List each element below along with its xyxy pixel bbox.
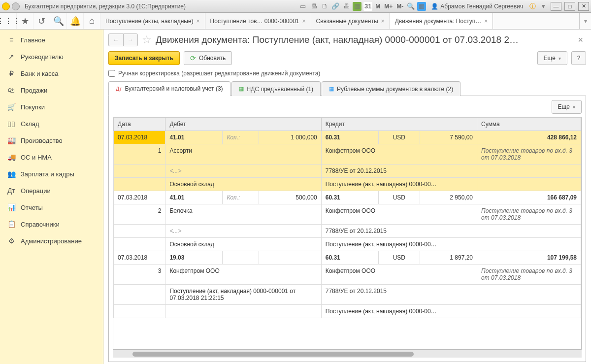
register-tab-0[interactable]: ДтБухгалтерский и налоговый учет (3) — [108, 81, 230, 96]
minimize-button[interactable]: — — [551, 2, 561, 11]
link-icon[interactable]: 🔗 — [331, 2, 340, 11]
toolbar-icon[interactable]: ▭ — [298, 2, 307, 11]
close-icon[interactable]: × — [484, 18, 488, 25]
close-icon[interactable]: × — [302, 18, 306, 25]
sidebar-item-10[interactable]: 📊Отчеты — [0, 199, 103, 216]
nav-forward-button[interactable]: → — [123, 33, 138, 46]
col-sum[interactable]: Сумма — [477, 118, 581, 131]
zoom-icon[interactable]: 🔍 — [406, 2, 415, 11]
table-row[interactable]: Основной складПоступление (акт, накладна… — [114, 238, 581, 251]
tab-related-docs[interactable]: Связанные документы × — [311, 13, 390, 29]
print2-icon[interactable]: 🖶 — [342, 2, 351, 11]
sidebar-item-12[interactable]: ⚙Администрирование — [0, 232, 103, 249]
cell-sum: 166 687,09 — [477, 191, 581, 204]
table-row[interactable]: <...>7788/УЕ от 20.12.2015 — [114, 225, 581, 238]
info-icon[interactable]: ⓘ — [528, 2, 537, 11]
cell-currency: USD — [378, 251, 420, 265]
cell-debit-analytic: Основной склад — [165, 238, 321, 251]
doc-icon[interactable]: 🗋 — [320, 2, 329, 11]
register-tab-label: Бухгалтерский и налоговый учет (3) — [125, 85, 223, 92]
sidebar-item-8[interactable]: 👥Зарплата и кадры — [0, 165, 103, 182]
home-icon[interactable]: ⌂ — [84, 13, 100, 29]
table-row[interactable]: 07.03.201819.0360.31USD1 897,20107 199,5… — [114, 251, 581, 265]
help-button[interactable]: ? — [571, 51, 586, 65]
sidebar-item-9[interactable]: ДтОперации — [0, 182, 103, 199]
sidebar-item-11[interactable]: 📋Справочники — [0, 216, 103, 232]
nav-back-button[interactable]: ← — [108, 33, 123, 46]
sidebar-icon: 🛍 — [7, 86, 16, 94]
tab-label: Поступление тов… 0000-000001 — [210, 18, 299, 25]
table-row[interactable]: 07.03.201841.01Кол.:500,00060.31USD2 950… — [114, 191, 581, 204]
col-date[interactable]: Дата — [114, 118, 165, 131]
dropdown-icon[interactable]: ▾ — [539, 2, 548, 11]
sidebar-item-5[interactable]: ▯▯Склад — [0, 115, 103, 132]
tabs-overflow-icon[interactable]: ▾ — [579, 13, 591, 29]
cell-date: 07.03.2018 — [114, 251, 165, 265]
horizontal-scrollbar[interactable] — [113, 350, 582, 358]
table-more-button[interactable]: Еще — [552, 100, 582, 114]
postings-table-wrap[interactable]: Дата Дебет Кредит Сумма 07.03.201841.01К… — [113, 117, 582, 350]
tab-receipts-list[interactable]: Поступление (акты, накладные) × — [100, 13, 205, 29]
sidebar-icon: 🚚 — [7, 153, 16, 161]
sheet-icon[interactable]: ▦ — [417, 2, 426, 11]
sidebar-item-2[interactable]: ₽Банк и касса — [0, 65, 103, 82]
close-page-button[interactable]: × — [575, 35, 586, 45]
table-row[interactable]: 07.03.201841.01Кол.:1 000,00060.31USD7 5… — [114, 131, 581, 144]
more-button[interactable]: Еще — [537, 51, 567, 65]
calendar-icon[interactable]: 31 — [363, 2, 372, 11]
register-tabs: ДтБухгалтерский и налоговый учет (3)▦НДС… — [108, 81, 586, 96]
close-icon[interactable]: × — [381, 18, 385, 25]
history-icon[interactable]: ↺ — [33, 13, 50, 29]
sidebar-item-label: Склад — [21, 120, 39, 128]
col-debit[interactable]: Дебет — [165, 118, 321, 131]
sidebar-item-4[interactable]: 🛒Покупки — [0, 99, 103, 115]
app-menu-icon[interactable] — [12, 2, 20, 10]
cell-credit-analytic: Поступление (акт, накладная) 0000-00… — [321, 238, 477, 251]
memory-mplus[interactable]: M+ — [383, 3, 394, 10]
cell-empty — [477, 165, 581, 178]
cell-credit-analytic: Конфетпром ООО — [321, 144, 477, 165]
cell-credit-amount: 7 590,00 — [420, 131, 477, 144]
table-row[interactable]: 1АссортиКонфетпром ОООПоступление товаро… — [114, 144, 581, 165]
col-credit[interactable]: Кредит — [321, 118, 477, 131]
sidebar-item-label: Администрирование — [21, 237, 82, 245]
sidebar-item-7[interactable]: 🚚ОС и НМА — [0, 149, 103, 165]
sidebar-item-6[interactable]: 🏭Производство — [0, 132, 103, 149]
cell-qty-value: 1 000,000 — [259, 131, 322, 144]
current-user[interactable]: 👤 Абрамов Геннадий Сергеевич — [428, 3, 526, 10]
close-window-button[interactable]: ✕ — [578, 2, 589, 11]
sidebar-item-0[interactable]: ≡Главное — [0, 32, 103, 48]
table-row[interactable]: Поступление (акт, накладная) 0000-00… — [114, 305, 581, 318]
tab-receipt-doc[interactable]: Поступление тов… 0000-000001 × — [205, 13, 311, 29]
sidebar-icon: Дт — [7, 187, 16, 195]
search-global-icon[interactable]: 🔍 — [50, 13, 67, 29]
cell-empty — [114, 225, 165, 238]
calc-icon[interactable]: ▦ — [353, 2, 361, 11]
table-row[interactable]: Основной складПоступление (акт, накладна… — [114, 178, 581, 191]
favorite-toggle-icon[interactable]: ☆ — [142, 33, 152, 46]
cell-debit-analytic: Конфетпром ООО — [165, 265, 321, 285]
refresh-button[interactable]: ⟳ Обновить — [184, 51, 232, 65]
apps-grid-icon[interactable]: ⋮⋮⋮ — [0, 13, 17, 29]
close-icon[interactable]: × — [197, 18, 200, 25]
register-tab-1[interactable]: ▦НДС предъявленный (1) — [231, 81, 321, 96]
notifications-icon[interactable]: 🔔 — [67, 13, 84, 29]
save-close-button[interactable]: Записать и закрыть — [108, 51, 180, 65]
table-row[interactable]: 2БелочкаКонфетпром ОООПоступление товаро… — [114, 204, 581, 225]
table-row[interactable]: <...>7788/УЕ от 20.12.2015 — [114, 165, 581, 178]
tab-movements[interactable]: Движения документа: Поступ… × — [390, 13, 493, 29]
table-row[interactable]: 3Конфетпром ОООКонфетпром ОООПоступление… — [114, 265, 581, 285]
maximize-button[interactable]: □ — [564, 2, 575, 11]
print-icon[interactable]: 🖶 — [309, 2, 318, 11]
sidebar-item-1[interactable]: ↗Руководителю — [0, 48, 103, 65]
memory-m[interactable]: M — [374, 3, 381, 10]
table-row[interactable]: Поступление (акт, накладная) 0000-000001… — [114, 285, 581, 305]
register-tab-2[interactable]: ▦Рублевые суммы документов в валюте (2) — [322, 81, 460, 96]
sidebar-icon: 📋 — [7, 220, 16, 228]
favorite-star-icon[interactable]: ★ — [17, 13, 33, 29]
cell-empty — [114, 178, 165, 191]
manual-correction-checkbox[interactable] — [108, 70, 115, 77]
sidebar-item-3[interactable]: 🛍Продажи — [0, 82, 103, 99]
sidebar-item-label: Главное — [21, 36, 45, 44]
memory-mminus[interactable]: M- — [395, 3, 404, 10]
